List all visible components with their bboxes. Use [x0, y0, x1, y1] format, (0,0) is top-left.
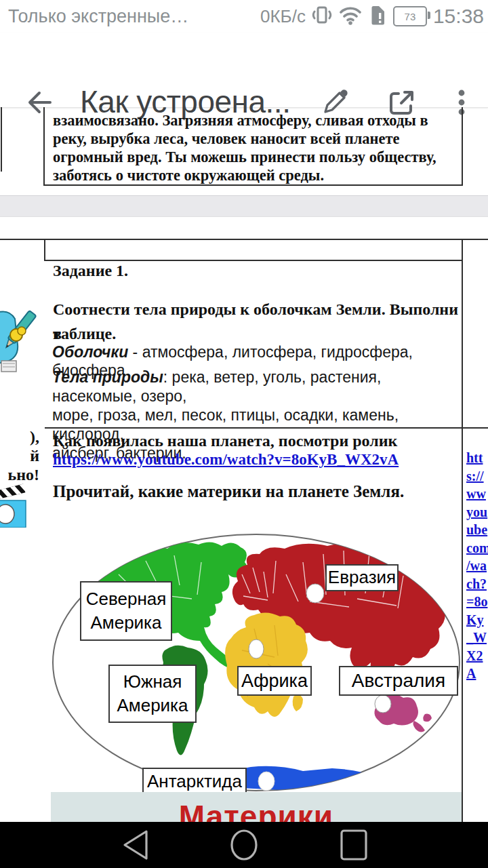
cutoff-text-fragments: ), й ьно!: [0, 427, 39, 484]
recents-square-icon[interactable]: [342, 831, 366, 859]
video-prompt: Как появилась наша планета, посмотри рол…: [53, 432, 397, 450]
table-border: [462, 239, 463, 822]
back-button[interactable]: [22, 85, 56, 119]
status-bar: Только экстренные… 0КБ/с: [0, 0, 488, 33]
app-bar: Как устроена...: [0, 33, 488, 108]
android-nav-bar: [0, 822, 488, 868]
label-north-america: СевернаяАмерика: [80, 581, 172, 641]
page-gap: [0, 195, 488, 217]
label-africa: Африка: [237, 666, 312, 696]
sim-card-icon: [369, 4, 387, 28]
home-circle-icon[interactable]: [232, 831, 256, 859]
task-text-line2: таблице.: [53, 321, 460, 346]
map-caption: Материки: [51, 792, 462, 822]
read-prompt: Прочитай, какие материки на планете Земл…: [53, 482, 404, 501]
continents-map-image: Евразия СевернаяАмерика ЮжнаяАмерика Афр…: [51, 534, 462, 792]
table-border: [44, 260, 463, 261]
table-border: [44, 239, 45, 261]
carrier-text: Только экстренные…: [8, 6, 188, 27]
video-link[interactable]: https://www.youtube.com/watch?v=8oKyB_WX…: [53, 451, 399, 469]
intro-paragraph: взаимосвязано. Загрязняя атмосферу, слив…: [53, 111, 460, 184]
clapper-image: [0, 483, 33, 528]
back-triangle-icon[interactable]: [125, 831, 146, 859]
wifi-icon: [338, 5, 363, 28]
table-border: [0, 239, 488, 240]
battery-percent: 73: [405, 11, 416, 22]
label-australia: Австралия: [339, 666, 458, 696]
table-border: [43, 107, 45, 186]
label-eurasia: Евразия: [325, 564, 399, 591]
label-south-america: ЮжнаяАмерика: [108, 665, 197, 723]
table-border: [462, 107, 463, 186]
battery-icon: 73: [393, 6, 427, 26]
network-speed: 0КБ/с: [260, 6, 306, 27]
table-border: [43, 184, 463, 186]
status-clock: 15:38: [433, 5, 484, 28]
table-border: [1, 107, 2, 172]
right-column-link[interactable]: htt s:// ww you ube com /wa ch? =8o Ky _…: [466, 449, 488, 683]
vibrate-icon: [312, 4, 332, 28]
pencil-character-image: [0, 304, 42, 380]
task-heading: Задание 1.: [53, 262, 128, 280]
